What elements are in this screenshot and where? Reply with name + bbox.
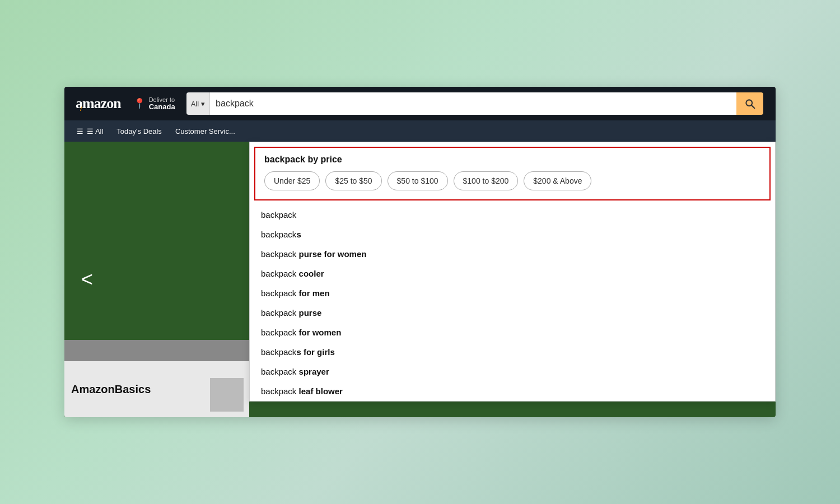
suggestion-prefix-2: backpack [261, 249, 296, 259]
suggestion-for-women[interactable]: backpack for women [250, 323, 775, 342]
nav-item-all[interactable]: ☰ ☰ All [71, 124, 109, 139]
suggestion-suffix-5: purse [296, 308, 321, 318]
hamburger-icon: ☰ [77, 127, 83, 136]
price-btn-50to100[interactable]: $50 to $100 [388, 171, 448, 190]
suggestion-prefix-4: backpack [261, 288, 296, 298]
search-button[interactable] [736, 92, 763, 115]
suggestion-suffix-1: s [296, 230, 301, 239]
nav-item-customer-service[interactable]: Customer Servic... [170, 124, 241, 139]
suggestion-prefix-8: backpack [261, 367, 296, 376]
suggestion-prefix-9: backpack [261, 386, 296, 396]
search-icon [744, 98, 755, 109]
autocomplete-dropdown: backpack by price Under $25 $25 to $50 $… [249, 142, 776, 402]
suggestion-suffix-3: cooler [296, 269, 324, 278]
price-title-suffix: by price [305, 155, 342, 164]
suggestion-prefix-5: backpack [261, 308, 296, 318]
suggestion-sprayer[interactable]: backpack sprayer [250, 362, 775, 381]
nav-all-label: ☰ All [87, 127, 103, 136]
suggestion-for-girls[interactable]: backpacks for girls [250, 342, 775, 362]
search-category-dropdown[interactable]: All ▾ [186, 92, 210, 115]
category-label: All [191, 100, 199, 108]
deliver-to-country: Canada [149, 103, 175, 111]
suggestion-leaf-blower[interactable]: backpack leaf blower [250, 381, 775, 401]
price-buttons: Under $25 $25 to $50 $50 to $100 $100 to… [264, 171, 760, 190]
carousel-prev-arrow[interactable]: < [81, 268, 93, 291]
search-bar: All ▾ [186, 92, 763, 115]
suggestion-prefix-1: backpack [261, 230, 296, 239]
nav-customer-service-label: Customer Servic... [175, 127, 235, 136]
location-icon: 📍 [133, 97, 146, 110]
suggestion-backpack[interactable]: backpack [250, 205, 775, 225]
suggestion-suffix-9: leaf blower [296, 386, 343, 396]
amazon-basics-title: AmazonBasics [71, 383, 151, 396]
product-image [210, 378, 244, 412]
price-btn-under25[interactable]: Under $25 [264, 171, 320, 190]
suggestion-backpacks[interactable]: backpacks [250, 225, 775, 244]
page-content: < AmazonBasics backpack by price Under $… [64, 142, 776, 417]
suggestion-suffix-8: sprayer [296, 367, 329, 376]
price-filter-section: backpack by price Under $25 $25 to $50 $… [254, 147, 771, 200]
amazon-header: amazon / 📍 Deliver to Canada All ▾ [64, 87, 776, 120]
price-filter-title: backpack by price [264, 155, 760, 165]
browser-window: amazon / 📍 Deliver to Canada All ▾ [64, 87, 776, 417]
price-btn-200above[interactable]: $200 & Above [524, 171, 591, 190]
suggestion-suffix-7: s for girls [296, 347, 334, 357]
search-input[interactable] [210, 92, 736, 115]
nav-deals-label: Today's Deals [116, 127, 162, 136]
suggestion-suffix-4: for men [296, 288, 329, 298]
amazon-smile: / [80, 104, 82, 113]
deliver-to-button[interactable]: 📍 Deliver to Canada [128, 94, 181, 113]
left-panel: < AmazonBasics [64, 142, 249, 417]
suggestion-prefix-3: backpack [261, 269, 296, 278]
price-btn-25to50[interactable]: $25 to $50 [325, 171, 381, 190]
suggestion-purse-women[interactable]: backpack purse for women [250, 244, 775, 264]
price-btn-100to200[interactable]: $100 to $200 [454, 171, 519, 190]
suggestion-for-men[interactable]: backpack for men [250, 283, 775, 303]
nav-item-deals[interactable]: Today's Deals [111, 124, 167, 139]
suggestion-purse[interactable]: backpack purse [250, 303, 775, 323]
gray-bar [64, 340, 249, 361]
suggestion-prefix-7: backpack [261, 347, 296, 357]
suggestion-suffix-2: purse for women [296, 249, 366, 259]
nav-bar: ☰ ☰ All Today's Deals Customer Servic... [64, 120, 776, 142]
suggestion-suffix-6: for women [296, 328, 341, 337]
amazon-basics-box: AmazonBasics [64, 361, 249, 417]
price-title-prefix: backpack [264, 155, 305, 164]
logo-text: amazon [76, 95, 121, 111]
suggestion-prefix-0: backpack [261, 210, 296, 220]
suggestion-prefix-6: backpack [261, 328, 296, 337]
amazon-logo[interactable]: amazon / [71, 95, 125, 112]
svg-line-1 [752, 105, 754, 108]
suggestion-cooler[interactable]: backpack cooler [250, 264, 775, 283]
chevron-down-icon: ▾ [201, 100, 205, 108]
